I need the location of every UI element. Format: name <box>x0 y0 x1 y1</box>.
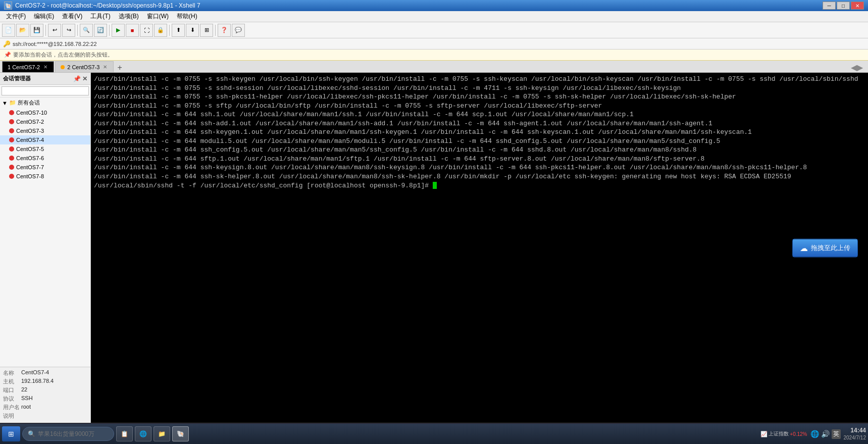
notification-bar: 📌 要添加当前会话，点击左侧的箭头按钮。 <box>0 50 868 61</box>
app-icon: 🐚 <box>4 2 12 10</box>
session-centos7-8[interactable]: CentOS7-8 <box>0 172 90 181</box>
clock[interactable]: 14:44 2024/7/12 <box>844 427 866 441</box>
tab-scroll-left[interactable]: ◀ <box>851 63 857 72</box>
session-dot <box>9 165 14 170</box>
session-centos7-5[interactable]: CentOS7-5 <box>0 144 90 154</box>
clock-time: 14:44 <box>844 427 866 435</box>
session-centos7-2[interactable]: CentOS7-2 <box>0 117 90 126</box>
clock-date: 2024/7/12 <box>844 434 866 441</box>
sidebar-close-icon[interactable]: ✕ <box>82 75 87 82</box>
tree-all-sessions[interactable]: ▼ 📁 所有会话 <box>0 97 90 108</box>
menu-tools[interactable]: 工具(T) <box>86 11 114 22</box>
tb-back[interactable]: ↩ <box>48 24 61 37</box>
tb-grid[interactable]: ⊞ <box>200 24 213 37</box>
tb-sep1 <box>45 25 46 36</box>
terminal-line: ssh-keygen: generating new host keys: RS… <box>575 173 791 180</box>
sidebar-header: 会话管理器 📌 ✕ <box>0 73 90 85</box>
tb-open[interactable]: 📂 <box>16 24 29 37</box>
terminal-line: /usr/bin/install -c -m 0755 -s ssh-pkcs1… <box>94 93 429 101</box>
tb-connect[interactable]: ▶ <box>112 24 125 37</box>
volume-icon[interactable]: 🔊 <box>821 430 830 438</box>
search-input[interactable] <box>38 430 109 437</box>
upload-button[interactable]: ☁ 拖拽至此上传 <box>792 238 858 257</box>
session-centos7-6[interactable]: CentOS7-6 <box>0 154 90 163</box>
session-centos7-7[interactable]: CentOS7-7 <box>0 163 90 172</box>
sidebar: 会话管理器 📌 ✕ ▼ 📁 所有会话 <box>0 73 91 423</box>
window-title: CentOS7-2 - root@localhost:~/Desktop/ssh… <box>15 2 200 9</box>
session-centos7-3[interactable]: CentOS7-3 <box>0 126 90 135</box>
tb-disconnect[interactable]: ■ <box>126 24 139 37</box>
terminal-cursor <box>433 182 437 189</box>
terminal-line: /usr/bin/install -c -m 644 ssh-sk-helper… <box>94 173 441 180</box>
tab-scroll-right[interactable]: ▶ <box>857 63 863 72</box>
sidebar-header-icons: 📌 ✕ <box>73 75 87 82</box>
menu-help[interactable]: 帮助(H) <box>173 11 201 22</box>
sidebar-pin-icon[interactable]: 📌 <box>73 75 81 82</box>
tab-1-close[interactable]: ✕ <box>42 64 48 70</box>
taskbar-task-manager[interactable]: 📋 <box>116 426 133 441</box>
menu-file[interactable]: 文件(F) <box>2 11 30 22</box>
menu-options[interactable]: 选项(B) <box>115 11 143 22</box>
taskbar-task-explorer[interactable]: 📁 <box>154 426 170 441</box>
terminal-line: /usr/bin/install -c -m 644 moduli.5.out … <box>94 137 385 145</box>
terminal-line: /usr/bin/install -c -m 0755 -s sshd-sess… <box>94 84 389 92</box>
maximize-button[interactable]: □ <box>837 2 850 10</box>
terminal-line: /usr/bin/install -c -m 644 scp.1.out /us… <box>366 111 634 118</box>
network-icon[interactable]: 🌐 <box>810 430 819 438</box>
tb-search[interactable]: 🔍 <box>80 24 93 37</box>
taskbar-task-browser[interactable]: 🌐 <box>135 426 151 441</box>
tab-centos7-2[interactable]: 1 CentOS7-2 ✕ <box>2 61 54 72</box>
tb-new[interactable]: 📄 <box>2 24 15 37</box>
menu-edit[interactable]: 编辑(E) <box>30 11 58 22</box>
session-dot <box>9 128 14 133</box>
session-dot <box>9 146 14 152</box>
info-port-row: 端口 22 <box>3 386 87 394</box>
tb-fullscreen[interactable]: ⛶ <box>140 24 153 37</box>
tb-save[interactable]: 💾 <box>30 24 43 37</box>
tb-forward[interactable]: ↪ <box>62 24 75 37</box>
tab-1-label: 1 CentOS7-2 <box>8 64 40 70</box>
terminal-area[interactable]: /usr/bin/install -c -m 0755 -s ssh-keyge… <box>91 73 868 423</box>
tb-download[interactable]: ⬇ <box>186 24 199 37</box>
sidebar-title: 会话管理器 <box>3 75 31 82</box>
session-label: CentOS7-8 <box>16 173 44 179</box>
close-button[interactable]: ✕ <box>851 2 864 10</box>
terminal-line: /usr/bin/install -c -m 4711 -s ssh-keysi… <box>393 84 681 92</box>
stock-indicator: 📈 上证指数 +0.12% <box>760 430 807 437</box>
terminal-line: /usr/bin/install -c -m 644 ssh-pkcs11-he… <box>429 164 807 171</box>
tab-centos7-3[interactable]: 2 CentOS7-3 ✕ <box>55 61 114 72</box>
terminal-line: /usr/bin/install -c -m 644 sshd.8.out /u… <box>421 146 697 154</box>
terminal-line: /usr/bin/install -c -m 644 ssh-keyscan.1… <box>421 128 752 136</box>
expand-icon: ▼ <box>2 100 8 106</box>
tb-help[interactable]: ❓ <box>218 24 231 37</box>
tb-msg[interactable]: 💬 <box>232 24 245 37</box>
menu-view[interactable]: 查看(V) <box>58 11 86 22</box>
terminal-line: /usr/bin/install -c -m 0755 -s ssh-keysc… <box>362 75 634 83</box>
session-label: CentOS7-10 <box>16 110 47 116</box>
session-dot <box>9 119 14 124</box>
tb-refresh[interactable]: 🔄 <box>94 24 107 37</box>
session-centos7-4[interactable]: CentOS7-4 <box>0 135 90 144</box>
task-manager-icon: 📋 <box>121 430 128 437</box>
tb-sep4 <box>169 25 170 36</box>
taskbar-search[interactable]: 🔍 <box>22 427 114 441</box>
tb-lock[interactable]: 🔒 <box>154 24 167 37</box>
menu-window[interactable]: 窗口(W) <box>143 11 173 22</box>
minimize-button[interactable]: ─ <box>823 2 836 10</box>
search-input[interactable] <box>2 86 89 95</box>
tab-add-button[interactable]: + <box>115 63 124 72</box>
terminal-line: /usr/bin/install -c -m 644 ssh_config.5.… <box>94 146 417 154</box>
session-centos7-10[interactable]: CentOS7-10 <box>0 108 90 117</box>
lang-icon[interactable]: 英 <box>832 429 841 439</box>
terminal[interactable]: /usr/bin/install -c -m 0755 -s ssh-keyge… <box>91 73 868 423</box>
taskbar-task-xshell[interactable]: 🐚 <box>172 426 189 441</box>
terminal-line: /usr/bin/install -c -m 0755 -s sftp /usr… <box>94 102 311 110</box>
info-name-label: 名称 <box>3 369 21 377</box>
terminal-line: /usr/bin/install -c -m 0755 -s ssh-sk-he… <box>433 93 736 101</box>
tb-sep2 <box>77 25 78 36</box>
start-button[interactable]: ⊞ <box>2 426 20 441</box>
tb-upload[interactable]: ⬆ <box>172 24 185 37</box>
title-bar-controls: ─ □ ✕ <box>823 2 864 10</box>
terminal-line: /usr/bin/install -c -m 0755 -s ssh-keyge… <box>94 75 358 83</box>
tab-2-close[interactable]: ✕ <box>102 64 108 70</box>
